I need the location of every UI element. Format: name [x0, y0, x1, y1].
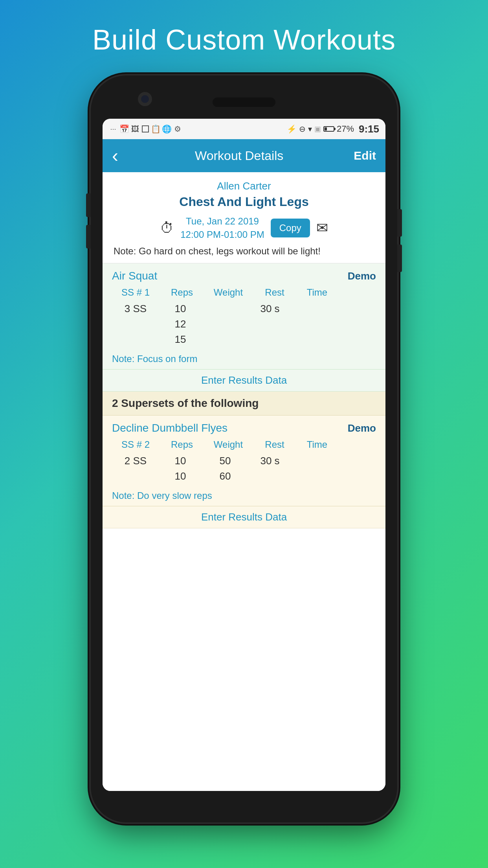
- exercise-header-air-squat: Air Squat Demo: [103, 263, 385, 285]
- header-weight2: Weight: [205, 439, 252, 450]
- status-icons-right: ⚡ ⊖ ▾ ▣ 27% 9:15: [287, 123, 379, 135]
- superset-label: 2 Supersets of the following: [103, 392, 385, 416]
- workout-header: Allen Carter Chest And Light Legs ⏱ Tue,…: [103, 172, 385, 263]
- workout-title: Chest And Light Legs: [112, 195, 376, 209]
- signal-icon: ▣: [314, 125, 321, 133]
- content-area: Allen Carter Chest And Light Legs ⏱ Tue,…: [103, 172, 385, 791]
- trainer-name: Allen Carter: [112, 180, 376, 192]
- page-title: Build Custom Workouts: [91, 24, 397, 56]
- settings-icon: ⚙: [173, 125, 182, 133]
- app-bar: ‹ Workout Details Edit: [103, 139, 385, 172]
- bluetooth-icon: ⚡: [287, 124, 297, 134]
- enter-results-decline[interactable]: Enter Results Data: [103, 506, 385, 528]
- left-button-1[interactable]: [86, 193, 91, 217]
- header-reps2: Reps: [162, 439, 202, 450]
- page-background: Build Custom Workouts ··· 📅 🖼 📋 🌐: [91, 0, 397, 822]
- status-time: 9:15: [359, 123, 379, 135]
- header-weight: Weight: [205, 287, 252, 298]
- header-time2: Time: [297, 439, 337, 450]
- status-bar: ··· 📅 🖼 📋 🌐 ⚙ ⚡ ⊖ ▾ ▣ 27%: [103, 119, 385, 139]
- copy-button[interactable]: Copy: [271, 219, 310, 237]
- workout-date: Tue, Jan 22 2019: [186, 216, 259, 226]
- square-icon: [142, 125, 149, 132]
- wifi-icon: ▾: [308, 124, 312, 134]
- workout-datetime: Tue, Jan 22 2019 12:00 PM-01:00 PM: [180, 215, 264, 241]
- header-rest2: Rest: [255, 439, 294, 450]
- volume-up-button[interactable]: [397, 209, 402, 237]
- sets-table-air-squat: SS # 1 Reps Weight Rest Time 3 SS 10 12 …: [103, 285, 385, 352]
- rest-decline: 30 s: [250, 453, 290, 484]
- battery-icon: [323, 126, 334, 132]
- dnd-icon: ⊖: [299, 124, 306, 134]
- workout-note: Note: Go hard on chest, legs workout wil…: [112, 246, 376, 257]
- reps-air-squat: 10 12 15: [161, 301, 200, 347]
- email-icon[interactable]: ✉: [316, 220, 328, 236]
- enter-results-air-squat[interactable]: Enter Results Data: [103, 369, 385, 391]
- header-ss: SS # 1: [112, 287, 159, 298]
- demo-button-air-squat[interactable]: Demo: [348, 270, 376, 282]
- left-button-2[interactable]: [86, 225, 91, 248]
- rest-air-squat: 30 s: [250, 301, 290, 347]
- time-air-squat: [291, 301, 330, 347]
- app-bar-title: Workout Details: [125, 149, 354, 163]
- image-icon: 🖼: [131, 125, 139, 133]
- reps-decline: 10 10: [161, 453, 200, 484]
- exercise-name-air-squat: Air Squat: [112, 270, 157, 282]
- volume-down-button[interactable]: [397, 245, 402, 272]
- status-icons-left: ··· 📅 🖼 📋 🌐 ⚙: [109, 125, 182, 133]
- weight-decline: 50 60: [202, 453, 249, 484]
- exercise-note-air-squat: Note: Focus on form: [103, 352, 385, 369]
- battery-percent: 27%: [337, 124, 354, 134]
- globe-icon: 🌐: [162, 125, 171, 133]
- exercise-name-decline-dumbbell-flyes: Decline Dumbbell Flyes: [112, 422, 227, 434]
- calendar2-icon: 📋: [151, 125, 160, 133]
- ss-count-air-squat: 3 SS: [112, 301, 159, 347]
- calendar-icon: 📅: [120, 125, 128, 133]
- header-time: Time: [297, 287, 337, 298]
- sets-data-air-squat: 3 SS 10 12 15 30 s: [112, 301, 376, 347]
- sets-table-decline-dumbbell-flyes: SS # 2 Reps Weight Rest Time 2 SS 10 10: [103, 438, 385, 489]
- exercise-section-air-squat: Air Squat Demo SS # 1 Reps Weight Rest T…: [103, 263, 385, 392]
- header-ss2: SS # 2: [112, 439, 159, 450]
- exercise-section-decline-dumbbell-flyes: Decline Dumbbell Flyes Demo SS # 2 Reps …: [103, 416, 385, 528]
- sets-header-air-squat: SS # 1 Reps Weight Rest Time: [112, 287, 376, 298]
- weight-air-squat: [202, 301, 249, 347]
- ss-count-decline: 2 SS: [112, 453, 159, 484]
- workout-meta: ⏱ Tue, Jan 22 2019 12:00 PM-01:00 PM Cop…: [112, 215, 376, 241]
- workout-time-range: 12:00 PM-01:00 PM: [180, 229, 264, 240]
- back-button[interactable]: ‹: [112, 146, 118, 165]
- sets-header-decline-dumbbell-flyes: SS # 2 Reps Weight Rest Time: [112, 439, 376, 450]
- exercise-header-decline-dumbbell-flyes: Decline Dumbbell Flyes Demo: [103, 416, 385, 438]
- stopwatch-icon: ⏱: [160, 220, 174, 236]
- phone-screen: ··· 📅 🖼 📋 🌐 ⚙ ⚡ ⊖ ▾ ▣ 27%: [103, 119, 385, 791]
- phone-wrapper: ··· 📅 🖼 📋 🌐 ⚙ ⚡ ⊖ ▾ ▣ 27%: [91, 75, 397, 822]
- phone-camera: [138, 92, 152, 106]
- header-rest: Rest: [255, 287, 294, 298]
- edit-button[interactable]: Edit: [354, 149, 376, 162]
- dots-icon: ···: [109, 125, 117, 133]
- demo-button-decline-dumbbell-flyes[interactable]: Demo: [348, 422, 376, 434]
- header-reps: Reps: [162, 287, 202, 298]
- sets-data-decline-dumbbell-flyes: 2 SS 10 10 50 60 30 s: [112, 453, 376, 484]
- phone-speaker: [213, 97, 275, 107]
- time-decline: [291, 453, 330, 484]
- exercise-note-decline: Note: Do very slow reps: [103, 489, 385, 506]
